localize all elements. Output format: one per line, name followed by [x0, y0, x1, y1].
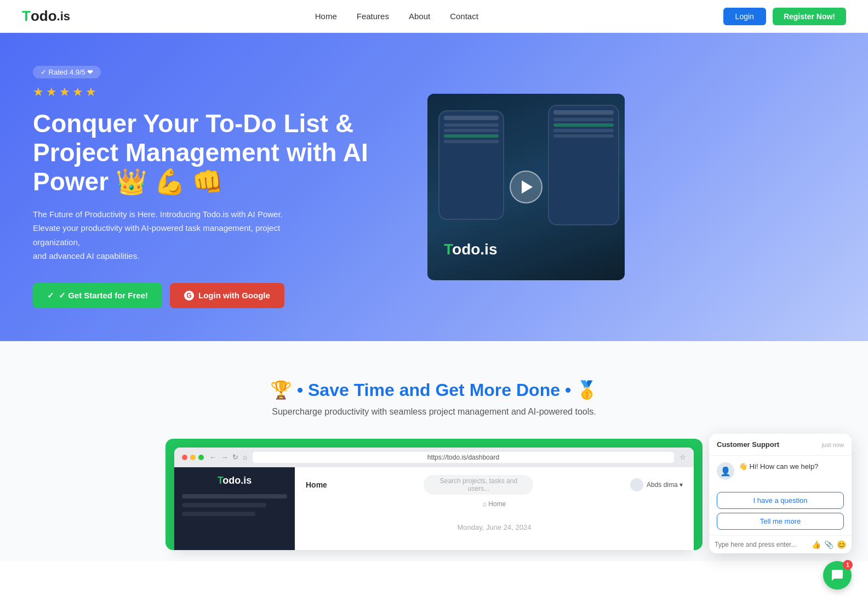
browser-date: Monday, June 24, 2024 [306, 512, 683, 542]
trophy-emoji: 🏆 [270, 380, 292, 400]
chat-message: 👤 👋 Hi! How can we help? [717, 462, 844, 480]
navbar: Todo.is Home Features About Contact Logi… [0, 0, 868, 33]
medal-emoji: 🥇 [576, 380, 598, 400]
thumbs-up-icon[interactable]: 👍 [812, 540, 821, 549]
browser-username: Abds dima ▾ [647, 481, 683, 489]
browser-sidebar: Todo.is [174, 467, 295, 550]
browser-dot-yellow [190, 455, 196, 460]
browser-avatar [630, 478, 643, 491]
section2-title: 🏆 • Save Time and Get More Done • 🥇 [22, 380, 846, 400]
browser-dot-green [198, 455, 204, 460]
star-5: ★ [85, 85, 96, 99]
check-icon: ✓ [47, 291, 54, 301]
video-inner: Todo.is [427, 94, 625, 280]
hero-buttons: ✓ ✓ Get Started for Free! G Login with G… [33, 283, 406, 308]
browser-star-icon[interactable]: ☆ [679, 453, 686, 461]
logo-dotis: .is [57, 9, 70, 24]
chat-icons: 👍 📎 😊 [812, 540, 846, 549]
browser-forward[interactable]: → [221, 453, 228, 461]
chat-widget: Customer Support just now 👤 👋 Hi! How ca… [709, 434, 852, 561]
chat-header-title: Customer Support [717, 440, 779, 449]
login-button[interactable]: Login [723, 8, 766, 25]
browser-search-bar[interactable]: Search projects, tasks and users... [424, 475, 533, 495]
chat-header: Customer Support just now [709, 434, 852, 456]
nav-links: Home Features About Contact [315, 12, 478, 21]
phone-right-mock [548, 105, 619, 225]
nav-buttons: Login Register Now! [723, 8, 846, 25]
browser-user: Abds dima ▾ [630, 478, 683, 491]
login-google-button[interactable]: G Login with Google [170, 283, 284, 308]
browser-refresh[interactable]: ↻ [232, 453, 238, 461]
browser-topbar: Home Search projects, tasks and users...… [306, 475, 683, 495]
rated-text: ✓ Rated 4.9/5 ❤ [41, 68, 93, 76]
section2-subtitle: Supercharge productivity with seamless p… [22, 407, 846, 417]
video-play-button[interactable] [510, 171, 542, 203]
google-icon: G [184, 291, 194, 301]
chat-btn-more[interactable]: Tell me more [717, 513, 844, 530]
video-thumbnail[interactable]: Todo.is [427, 94, 625, 280]
chat-avatar: 👤 [717, 462, 734, 480]
sidebar-logo-rest: odo.is [222, 475, 252, 486]
hero-subtitle: The Future of Productivity is Here. Intr… [33, 207, 318, 263]
browser-dots [182, 455, 204, 460]
video-todo-label: Todo.is [444, 241, 497, 258]
browser-home-icon[interactable]: ⌂ [243, 453, 247, 461]
browser-topbar-home: Home [306, 480, 327, 489]
browser-bar: ← → ↻ ⌂ https://todo.is/dashboard ☆ [174, 448, 694, 467]
chat-msg-area: 👤 👋 Hi! How can we help? [709, 456, 852, 492]
hero-right: Todo.is [427, 94, 625, 280]
phone-left-mock [438, 110, 504, 220]
chat-input[interactable] [715, 541, 807, 548]
chat-input-area: 👍 📎 😊 [709, 535, 852, 553]
browser-sidebar-logo: Todo.is [182, 475, 287, 486]
logo-t: T [22, 8, 31, 25]
browser-url-bar[interactable]: https://todo.is/dashboard [253, 452, 674, 463]
hero-title: Conquer Your To-Do List &Project Managem… [33, 109, 406, 196]
sidebar-logo-t: T [218, 475, 223, 486]
browser-back[interactable]: ← [209, 453, 216, 461]
login-google-label: Login with Google [198, 291, 270, 300]
get-started-button[interactable]: ✓ ✓ Get Started for Free! [33, 283, 162, 308]
dashboard-preview-wrap: ← → ↻ ⌂ https://todo.is/dashboard ☆ Todo… [165, 439, 703, 550]
dashboard-browser: ← → ↻ ⌂ https://todo.is/dashboard ☆ Todo… [174, 448, 694, 550]
chat-action-btns: I have a question Tell me more [709, 492, 852, 535]
star-1: ★ [33, 85, 44, 99]
browser-breadcrumb: ⌂ Home [306, 500, 683, 508]
hero-left: ✓ Rated 4.9/5 ❤ ★ ★ ★ ★ ★ Conquer Your T… [33, 66, 406, 308]
nav-about[interactable]: About [409, 12, 430, 21]
browser-main: Home Search projects, tasks and users...… [295, 467, 694, 550]
browser-dot-red [182, 455, 187, 460]
register-button[interactable]: Register Now! [773, 8, 846, 25]
video-todo-rest: odo.is [452, 241, 497, 258]
star-3: ★ [59, 85, 70, 99]
chat-avatar-emoji: 👤 [720, 466, 731, 477]
attachment-icon[interactable]: 📎 [824, 540, 833, 549]
rated-badge: ✓ Rated 4.9/5 ❤ [33, 66, 101, 78]
hero-section: ✓ Rated 4.9/5 ❤ ★ ★ ★ ★ ★ Conquer Your T… [0, 33, 868, 341]
stars-row: ★ ★ ★ ★ ★ [33, 85, 406, 99]
nav-features[interactable]: Features [357, 12, 389, 21]
chat-notification-badge: 1 [843, 560, 853, 561]
browser-content: Todo.is Home Search projects, tasks and … [174, 467, 694, 550]
chat-panel: Customer Support just now 👤 👋 Hi! How ca… [709, 434, 852, 553]
get-started-label: ✓ Get Started for Free! [59, 291, 148, 301]
chat-time: just now [822, 441, 844, 448]
emoji-icon[interactable]: 😊 [837, 540, 846, 549]
nav-contact[interactable]: Contact [450, 12, 478, 21]
logo[interactable]: Todo.is [22, 8, 70, 25]
nav-home[interactable]: Home [315, 12, 337, 21]
logo-odo: odo [31, 8, 57, 25]
section2-title-text: • Save Time and Get More Done • [297, 380, 571, 400]
star-4: ★ [72, 85, 83, 99]
star-2: ★ [46, 85, 57, 99]
chat-msg-text: 👋 Hi! How can we help? [739, 462, 818, 471]
chat-btn-question[interactable]: I have a question [717, 492, 844, 509]
